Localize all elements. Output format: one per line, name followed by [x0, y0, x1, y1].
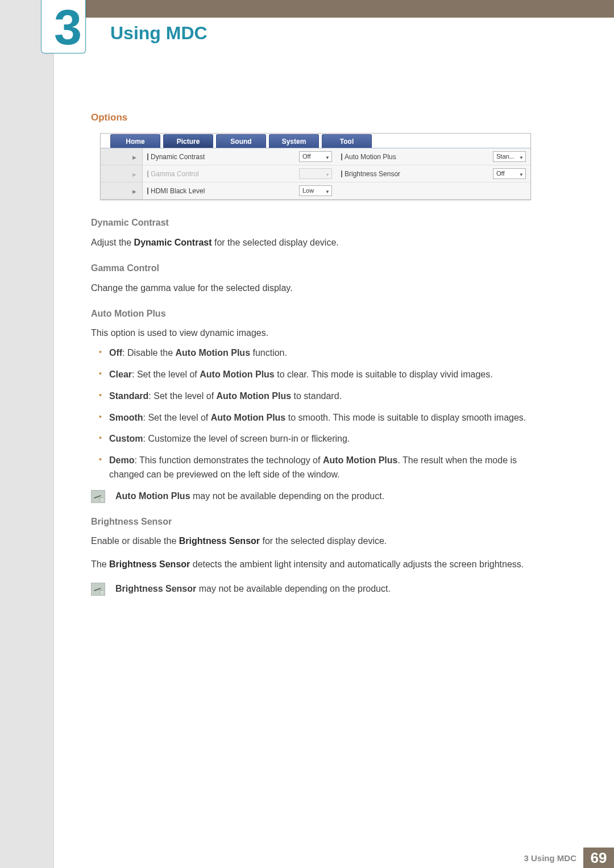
- label-auto-motion-plus: Auto Motion Plus: [341, 153, 493, 160]
- amp-item-standard: Standard: Set the level of Auto Motion P…: [109, 389, 540, 404]
- select-brightness-sensor[interactable]: Off: [493, 168, 526, 179]
- fields-grid: Dynamic Contrast Off Auto Motion Plus St…: [143, 148, 530, 200]
- label-gamma-control: Gamma Control: [147, 171, 299, 177]
- text-amp-intro: This option is used to view dynamic imag…: [91, 326, 540, 340]
- tab-bar: Home Picture Sound System Tool: [101, 134, 530, 148]
- window-body: ▶ ▶ ▶ Dynamic Contrast Off Auto Motion P…: [101, 148, 530, 200]
- tab-system[interactable]: System: [269, 134, 319, 148]
- window-sidebar: ▶ ▶ ▶: [101, 148, 143, 200]
- tab-home[interactable]: Home: [110, 134, 160, 148]
- label-brightness-sensor: Brightness Sensor: [341, 171, 493, 177]
- note-amp: Auto Motion Plus may not be available de…: [91, 489, 540, 504]
- field-auto-motion-plus: Auto Motion Plus Stan...: [337, 148, 530, 165]
- footer-chapter-label: 3 Using MDC: [524, 853, 583, 863]
- select-dynamic-contrast[interactable]: Off: [299, 151, 332, 162]
- tab-tool[interactable]: Tool: [322, 134, 372, 148]
- amp-item-off: Off: Disable the Auto Motion Plus functi…: [109, 346, 540, 360]
- label-hdmi-black-level: HDMI Black Level: [147, 188, 299, 194]
- field-empty: [337, 182, 530, 200]
- amp-item-clear: Clear: Set the level of Auto Motion Plus…: [109, 368, 540, 382]
- mdc-window: Home Picture Sound System Tool ▶ ▶ ▶ Dyn…: [100, 133, 531, 200]
- text-bs-2: The Brightness Sensor detects the ambien…: [91, 558, 540, 572]
- heading-auto-motion-plus: Auto Motion Plus: [91, 307, 540, 321]
- section-heading-options: Options: [91, 110, 540, 125]
- heading-gamma-control: Gamma Control: [91, 261, 540, 276]
- field-brightness-sensor: Brightness Sensor Off: [337, 165, 530, 182]
- page-footer: 3 Using MDC 69: [524, 848, 614, 868]
- amp-item-demo: Demo: This function demonstrates the tec…: [109, 454, 540, 482]
- chevron-right-icon: ▶: [132, 171, 136, 179]
- chevron-right-icon: ▶: [132, 188, 136, 196]
- field-hdmi-black-level: HDMI Black Level Low: [143, 182, 337, 200]
- field-dynamic-contrast: Dynamic Contrast Off: [143, 148, 337, 165]
- select-auto-motion-plus[interactable]: Stan...: [493, 151, 526, 162]
- text-bs-1: Enable or disable the Brightness Sensor …: [91, 534, 540, 549]
- amp-item-custom: Custom: Customize the level of screen bu…: [109, 432, 540, 446]
- header-brown-bar: [53, 0, 614, 18]
- tab-sound[interactable]: Sound: [216, 134, 266, 148]
- heading-brightness-sensor: Brightness Sensor: [91, 515, 540, 529]
- note-bs: Brightness Sensor may not be available d…: [91, 582, 540, 596]
- select-hdmi-black-level[interactable]: Low: [299, 185, 332, 196]
- field-gamma-control: Gamma Control: [143, 165, 337, 182]
- note-icon: [91, 583, 105, 596]
- content-area: Options Home Picture Sound System Tool ▶…: [91, 110, 540, 599]
- amp-item-smooth: Smooth: Set the level of Auto Motion Plu…: [109, 411, 540, 425]
- heading-dynamic-contrast: Dynamic Contrast: [91, 216, 540, 230]
- note-icon: [91, 490, 105, 503]
- chapter-number: 3: [54, 2, 82, 52]
- sidebar-row-1[interactable]: ▶: [101, 148, 142, 165]
- chevron-right-icon: ▶: [132, 154, 136, 162]
- text-gamma-control: Change the gamma value for the selected …: [91, 281, 540, 296]
- chapter-title: Using MDC: [110, 23, 208, 44]
- amp-list: Off: Disable the Auto Motion Plus functi…: [91, 346, 540, 482]
- footer-page-number: 69: [583, 848, 614, 868]
- sidebar-row-2[interactable]: ▶: [101, 165, 142, 182]
- select-gamma-control[interactable]: [299, 168, 332, 179]
- label-dynamic-contrast: Dynamic Contrast: [147, 153, 299, 160]
- text-dynamic-contrast: Adjust the Dynamic Contrast for the sele…: [91, 236, 540, 250]
- sidebar-row-3[interactable]: ▶: [101, 182, 142, 200]
- tab-picture[interactable]: Picture: [163, 134, 213, 148]
